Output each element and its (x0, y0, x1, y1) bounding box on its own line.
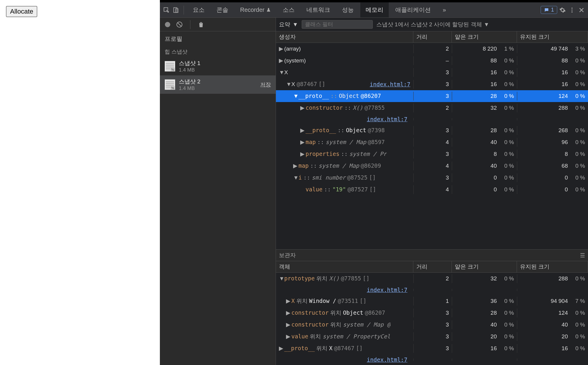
heap-snapshots-header: 힙 스냅샷 (160, 46, 276, 57)
tree-toggle-icon[interactable]: ▶ (279, 345, 283, 352)
message-icon (544, 7, 549, 13)
separator (184, 6, 184, 14)
table-row[interactable]: ▼prototype 위치 X() @77855 []2320 %2880 % (276, 273, 588, 285)
table-row[interactable]: ▶(system)–880 %880 % (276, 55, 588, 67)
tree-toggle-icon[interactable]: ▶ (286, 321, 290, 328)
table-row[interactable]: ▶X 위치 Window / @73511 []1360 %94 9047 % (276, 295, 588, 307)
device-toggle-icon[interactable] (172, 6, 180, 14)
row-label: __proto__ :: Object @86207 (298, 93, 381, 99)
trash-icon[interactable] (197, 21, 205, 28)
retainers-label: 보관자 (279, 251, 296, 259)
retainers-grid-header: 객체 거리 얕은 크기 유지된 크기 (276, 261, 588, 273)
tab-memory[interactable]: 메모리 (360, 2, 389, 17)
col-retained-size[interactable]: 유지된 크기 (517, 261, 588, 272)
tab-recorder-label: Recorder (240, 7, 264, 13)
kebab-menu-icon[interactable] (568, 6, 576, 14)
tab-elements[interactable]: 요소 (187, 2, 210, 17)
table-row[interactable]: ▶__proto__ 위치 X @87467 []3160 %160 % (276, 343, 588, 354)
table-row[interactable]: ▶map :: system / Map @862094400 %680 % (276, 160, 588, 172)
col-object[interactable]: 객체 (276, 261, 413, 272)
tab-recorder[interactable]: Recorder (235, 2, 276, 17)
devtools-panel: 요소 콘솔 Recorder 소스 네트워크 성능 메모리 애플리케이션 » 1 (160, 0, 588, 365)
col-constructor[interactable]: 생성자 (276, 31, 413, 43)
table-row[interactable]: ▶(array)28 2201 %49 7483 % (276, 43, 588, 55)
page-content-area: Allocate (0, 0, 160, 365)
hamburger-icon[interactable]: ☰ (580, 252, 585, 259)
col-distance[interactable]: 거리 (413, 31, 452, 43)
source-link[interactable]: index.html:7 (367, 287, 407, 293)
col-shallow-size[interactable]: 얕은 크기 (452, 261, 517, 272)
inspect-icon[interactable] (162, 6, 171, 14)
tree-toggle-icon[interactable]: ▼ (279, 69, 283, 76)
tree-toggle-icon[interactable]: ▶ (279, 45, 283, 52)
tree-toggle-icon[interactable]: ▶ (286, 298, 290, 304)
table-row[interactable]: ▶properties :: system / Pr380 %80 % (276, 148, 588, 160)
summary-dropdown[interactable]: 요약 ▼ (279, 21, 298, 28)
snapshot-title: 스냅샷 2 (179, 78, 257, 85)
retainers-header[interactable]: 보관자 ☰ (276, 249, 588, 261)
source-link[interactable]: index.html:7 (367, 356, 407, 363)
row-label: map :: system / Map @86209 (298, 162, 381, 169)
table-row: index.html:7 (276, 285, 588, 295)
svg-point-3 (571, 7, 573, 9)
table-row[interactable]: ▼X3160 %160 % (276, 67, 588, 78)
tree-toggle-icon[interactable]: ▶ (286, 333, 290, 340)
settings-icon[interactable] (558, 6, 567, 14)
table-row[interactable]: ▶map :: system / Map @85974400 %960 % (276, 136, 588, 148)
table-row[interactable]: ▶constructor 위치 Object @862073280 %1240 … (276, 307, 588, 319)
chevron-down-icon: ▼ (484, 21, 489, 28)
tab-more[interactable]: » (437, 2, 451, 17)
grid-header: 생성자 거리 얕은 크기 유지된 크기 (276, 31, 588, 43)
tree-toggle-icon[interactable]: ▶ (286, 309, 290, 316)
tree-toggle-icon[interactable]: ▶ (279, 57, 283, 64)
tab-console[interactable]: 콘솔 (211, 2, 234, 17)
allocation-filter-dropdown[interactable]: 스냅샷 1에서 스냅샷 2 사이에 할당된 객체 ▼ (376, 21, 489, 28)
table-row[interactable]: ▶__proto__ :: Object @73983280 %2680 % (276, 125, 588, 136)
snapshot-save-link[interactable]: 저장 (260, 81, 271, 88)
snapshot-icon (165, 79, 175, 90)
tab-network[interactable]: 네트워크 (301, 2, 335, 17)
tree-toggle-icon[interactable]: ▶ (300, 151, 304, 157)
snapshot-item-2[interactable]: 스냅샷 2 1.4 MB 저장 (160, 75, 276, 94)
tree-toggle-icon[interactable]: ▼ (286, 81, 290, 88)
tree-toggle-icon[interactable]: ▼ (293, 175, 297, 181)
tab-sources[interactable]: 소스 (277, 2, 300, 17)
tab-performance[interactable]: 성능 (337, 2, 359, 17)
table-row[interactable]: ▶constructor 위치 system / Map @3400 %400 … (276, 319, 588, 331)
grid-body[interactable]: ▶(array)28 2201 %49 7483 %▶(system)–880 … (276, 43, 588, 249)
record-button[interactable] (164, 21, 171, 28)
source-link[interactable]: index.html:7 (370, 81, 410, 88)
col-shallow-size[interactable]: 얕은 크기 (452, 31, 517, 43)
tree-toggle-icon[interactable]: ▼ (279, 275, 283, 282)
row-label: constructor 위치 Object @86207 (291, 309, 385, 317)
retainers-body[interactable]: ▼prototype 위치 X() @77855 []2320 %2880 %i… (276, 273, 588, 365)
tree-toggle-icon[interactable]: ▶ (293, 162, 297, 169)
table-row: index.html:7 (276, 354, 588, 365)
col-distance[interactable]: 거리 (413, 261, 452, 272)
close-icon[interactable] (577, 6, 586, 14)
row-label: __proto__ 위치 X @87467 [] (284, 345, 363, 352)
source-link[interactable]: index.html:7 (367, 116, 407, 122)
summary-label: 요약 (279, 21, 290, 28)
class-filter-input[interactable] (302, 20, 373, 29)
row-label: constructor 위치 system / Map @ (291, 321, 391, 329)
row-label: prototype 위치 X() @77855 [] (284, 275, 369, 282)
row-label: value 위치 system / PropertyCel (291, 333, 391, 340)
table-row[interactable]: ▼__proto__ :: Object @862073280 %1240 % (276, 90, 588, 102)
table-row[interactable]: ▶value 위치 system / PropertyCel3200 %200 … (276, 331, 588, 343)
tab-application[interactable]: 애플리케이션 (390, 2, 436, 17)
snapshot-item-1[interactable]: 스냅샷 1 1.4 MB (160, 57, 276, 75)
tree-toggle-icon[interactable]: ▶ (300, 104, 304, 111)
table-row[interactable]: ▶constructor :: X() @778552320 %2880 % (276, 102, 588, 114)
clear-icon[interactable] (176, 21, 183, 28)
devtools-topbar (160, 0, 588, 2)
issues-button[interactable]: 1 (541, 6, 557, 14)
table-row[interactable]: ▼i :: smi number @87525 []300 %00 % (276, 172, 588, 184)
col-retained-size[interactable]: 유지된 크기 (517, 31, 588, 43)
tree-toggle-icon[interactable]: ▶ (300, 127, 304, 134)
tree-toggle-icon[interactable]: ▼ (293, 93, 297, 99)
table-row[interactable]: ▼X @87467 []index.html:73160 %160 % (276, 78, 588, 90)
allocate-button[interactable]: Allocate (6, 6, 37, 17)
tree-toggle-icon[interactable]: ▶ (300, 139, 304, 146)
table-row[interactable]: value :: "19" @87527 []400 %00 % (276, 184, 588, 196)
